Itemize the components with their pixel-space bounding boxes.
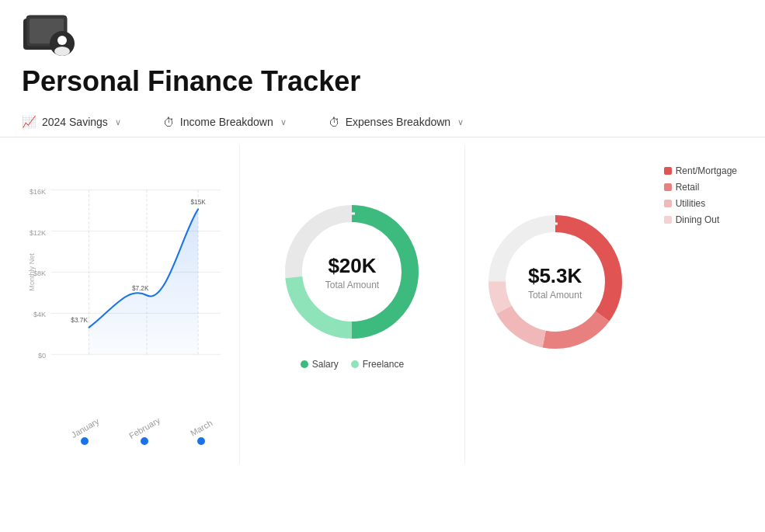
svg-text:$3.7K: $3.7K — [71, 317, 88, 324]
tab-expenses-label: Expenses Breakdown — [346, 116, 450, 128]
legend-utilities: Utilities — [664, 198, 737, 209]
expenses-label: Total Amount — [528, 289, 582, 300]
legend-dining: Dining Out — [664, 214, 737, 225]
income-label: Total Amount — [325, 279, 379, 290]
income-donut-container: $20K Total Amount — [274, 194, 429, 349]
svg-point-5 — [54, 47, 70, 56]
tab-expenses[interactable]: ⏱ Expenses Breakdown ∨ — [329, 109, 482, 137]
section-bar: 📈 2024 Savings ∨ ⏱ Income Breakdown ∨ ⏱ … — [0, 109, 765, 137]
tab-savings[interactable]: 📈 2024 Savings ∨ — [22, 109, 140, 137]
tab-income[interactable]: ⏱ Income Breakdown ∨ — [163, 109, 305, 137]
month-label-jan: January — [69, 416, 100, 440]
tab-savings-label: 2024 Savings — [42, 116, 108, 128]
line-chart-wrap: $16K $12K $8K $4K $0 — [28, 153, 227, 417]
retail-dot — [664, 183, 672, 191]
savings-icon: 📈 — [22, 115, 37, 129]
charts-row: $16K $12K $8K $4K $0 — [0, 137, 765, 471]
month-label-mar: March — [189, 418, 214, 438]
legend-retail: Retail — [664, 182, 737, 193]
income-donut-center: $20K Total Amount — [325, 253, 379, 290]
utilities-label: Utilities — [676, 198, 706, 209]
svg-text:$12K: $12K — [30, 229, 46, 237]
svg-text:$7.2K: $7.2K — [132, 285, 149, 292]
dining-label: Dining Out — [676, 214, 720, 225]
income-chevron: ∨ — [280, 117, 287, 127]
expenses-donut-center: $5.3K Total Amount — [528, 263, 582, 300]
month-february: February — [127, 423, 162, 445]
savings-chart-panel: $16K $12K $8K $4K $0 — [16, 145, 240, 464]
dot-march — [197, 437, 205, 445]
svg-text:$16K: $16K — [30, 188, 46, 196]
svg-text:Monthly Net: Monthly Net — [28, 253, 36, 291]
expenses-icon: ⏱ — [329, 116, 340, 129]
svg-text:$15K: $15K — [190, 199, 206, 206]
expenses-legend: Rent/Mortgage Retail Utilities Dining Ou… — [664, 165, 737, 225]
expenses-panel-inner: $5.3K Total Amount Rent/Mortgage Retail … — [478, 153, 737, 411]
expenses-donut-container: $5.3K Total Amount — [478, 204, 633, 360]
expenses-chevron: ∨ — [457, 117, 464, 127]
rent-dot — [664, 167, 672, 175]
svg-text:$4K: $4K — [33, 311, 46, 318]
rent-label: Rent/Mortgage — [676, 165, 737, 176]
chart-footer: January February March — [28, 423, 227, 445]
retail-label: Retail — [676, 182, 700, 193]
income-total: $20K — [325, 253, 379, 277]
app-header — [0, 0, 765, 65]
dot-february — [141, 437, 148, 445]
expenses-total: $5.3K — [528, 263, 582, 287]
income-icon: ⏱ — [163, 116, 175, 129]
svg-text:$0: $0 — [38, 352, 46, 360]
tab-income-label: Income Breakdown — [180, 116, 273, 128]
dot-january — [81, 437, 89, 445]
legend-salary: Salary — [301, 359, 339, 370]
freelance-dot — [351, 360, 359, 368]
month-january: January — [70, 423, 100, 445]
savings-chevron: ∨ — [115, 117, 121, 127]
dining-dot — [664, 216, 672, 224]
month-march: March — [190, 423, 214, 445]
line-chart-svg: $16K $12K $8K $4K $0 — [28, 153, 227, 417]
income-legend: Salary Freelance — [301, 359, 404, 370]
legend-freelance: Freelance — [351, 359, 404, 370]
salary-dot — [301, 360, 308, 368]
svg-point-4 — [57, 36, 67, 45]
income-chart-panel: $20K Total Amount Salary Freelance — [240, 145, 464, 464]
utilities-dot — [664, 200, 672, 207]
salary-label: Salary — [312, 359, 339, 370]
expenses-chart-panel: $5.3K Total Amount Rent/Mortgage Retail … — [465, 145, 749, 464]
page-title: Personal Finance Tracker — [0, 65, 765, 109]
app-logo — [22, 14, 78, 61]
legend-rent: Rent/Mortgage — [664, 165, 737, 176]
income-donut-wrap: $20K Total Amount Salary Freelance — [252, 153, 451, 411]
freelance-label: Freelance — [363, 359, 404, 370]
